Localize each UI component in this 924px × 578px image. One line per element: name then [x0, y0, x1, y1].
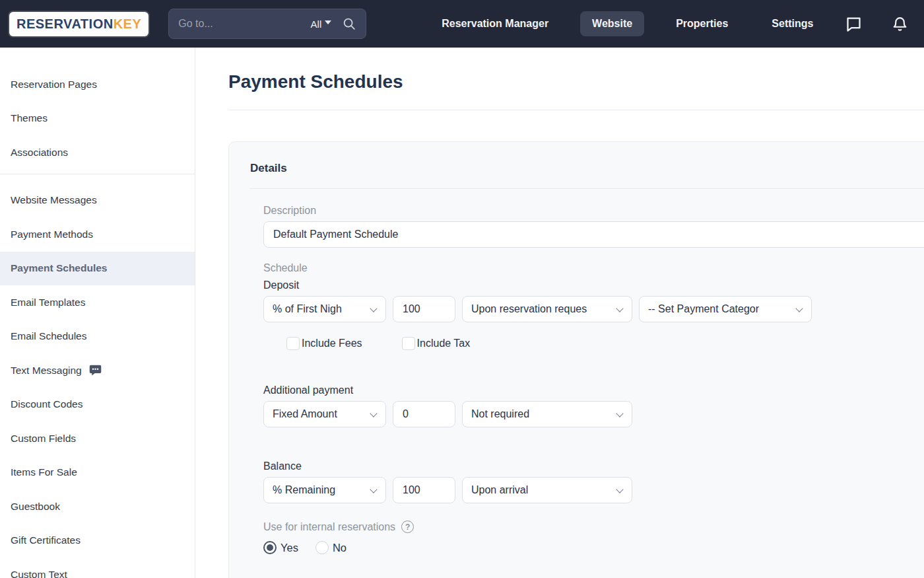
chevron-down-icon [370, 486, 377, 493]
radio-unselected-icon[interactable] [315, 541, 329, 554]
description-label: Description [263, 205, 924, 217]
sidebar-item-gift-certificates[interactable]: Gift Certificates [0, 524, 195, 558]
deposit-type-value: % of First Nigh [273, 303, 342, 315]
internal-no-label: No [333, 542, 346, 554]
sidebar-item-custom-fields[interactable]: Custom Fields [0, 421, 195, 456]
main-content: Payment Schedules Details Description Sc… [196, 48, 924, 578]
additional-type-select[interactable]: Fixed Amount [263, 401, 386, 427]
internal-yes-label: Yes [280, 542, 298, 554]
deposit-type-select[interactable]: % of First Nigh [263, 296, 386, 322]
chevron-down-icon [616, 410, 623, 417]
balance-amount-input[interactable] [393, 477, 455, 503]
balance-type-select[interactable]: % Remaining [263, 477, 386, 503]
chevron-down-icon [795, 305, 803, 312]
top-navbar: RESERVATIONKEY Go to... All Reservation … [0, 0, 924, 48]
caret-down-icon [325, 20, 331, 24]
chat-bubble-icon [88, 363, 102, 377]
deposit-label: Deposit [263, 279, 924, 291]
balance-row: % Remaining Upon arrival [263, 477, 924, 503]
sidebar-item-discount-codes[interactable]: Discount Codes [0, 388, 195, 422]
messages-icon[interactable] [845, 15, 863, 33]
primary-nav: Reservation Manager Website Properties S… [430, 11, 825, 36]
include-fees-label: Include Fees [302, 338, 362, 349]
internal-reservations-row: Use for internal reservations ? [263, 521, 924, 533]
payment-schedule-form: Description Schedule Deposit % of First … [263, 205, 924, 554]
help-icon[interactable]: ? [401, 521, 414, 533]
sidebar-item-themes[interactable]: Themes [0, 102, 195, 136]
deposit-row: % of First Nigh Upon reservation reques … [263, 296, 924, 322]
chevron-down-icon [370, 410, 377, 417]
internal-yes-option[interactable]: Yes [263, 541, 298, 554]
sidebar-item-associations[interactable]: Associations [0, 135, 195, 170]
title-divider [228, 110, 924, 110]
sidebar-item-text-messaging[interactable]: Text Messaging [0, 353, 195, 388]
sidebar-item-payment-schedules[interactable]: Payment Schedules [0, 252, 195, 286]
include-fees-checkbox[interactable] [286, 337, 300, 350]
sidebar-item-payment-methods[interactable]: Payment Methods [0, 217, 195, 252]
internal-reservations-label: Use for internal reservations [263, 521, 395, 533]
sidebar-divider [0, 174, 195, 174]
deposit-checkboxes: Include Fees Include Tax [286, 337, 924, 350]
include-tax-label: Include Tax [417, 338, 471, 349]
reservationkey-logo[interactable]: RESERVATIONKEY [9, 12, 148, 36]
logo-text-reservation: RESERVATION [16, 17, 114, 31]
chevron-down-icon [370, 305, 377, 312]
additional-payment-label: Additional payment [263, 384, 924, 396]
description-input[interactable] [263, 221, 924, 248]
settings-sidebar: Reservation Pages Themes Associations We… [0, 48, 195, 578]
search-scope-dropdown[interactable]: All [311, 18, 332, 30]
notifications-bell-icon[interactable] [892, 16, 908, 32]
additional-amount-input[interactable] [393, 401, 455, 427]
additional-payment-row: Fixed Amount Not required [263, 401, 924, 427]
sidebar-item-website-messages[interactable]: Website Messages [0, 184, 195, 218]
global-search-box[interactable]: Go to... All [168, 9, 366, 39]
deposit-amount-input[interactable] [393, 296, 455, 322]
sidebar-item-label: Text Messaging [11, 365, 82, 377]
schedule-label: Schedule [263, 262, 924, 274]
deposit-category-select[interactable]: -- Set Payment Categor [639, 296, 812, 322]
sidebar-item-guestbook[interactable]: Guestbook [0, 489, 195, 524]
sidebar-item-email-schedules[interactable]: Email Schedules [0, 320, 195, 354]
sidebar-item-custom-text[interactable]: Custom Text [0, 558, 195, 578]
deposit-when-value: Upon reservation reques [471, 303, 587, 315]
deposit-category-value: -- Set Payment Categor [648, 303, 759, 315]
sidebar-item-items-for-sale[interactable]: Items For Sale [0, 456, 195, 490]
logo-text-key: KEY [114, 17, 142, 31]
nav-properties[interactable]: Properties [664, 11, 740, 36]
sidebar-item-reservation-pages[interactable]: Reservation Pages [0, 67, 195, 102]
page-title: Payment Schedules [228, 71, 924, 92]
navbar-icons [845, 15, 908, 33]
chevron-down-icon [616, 486, 623, 493]
radio-selected-icon[interactable] [263, 541, 277, 554]
sidebar-item-email-templates[interactable]: Email Templates [0, 285, 195, 320]
chevron-down-icon [616, 305, 623, 312]
details-card: Details Description Schedule Deposit % o… [228, 141, 924, 578]
card-title: Details [250, 162, 924, 175]
balance-when-value: Upon arrival [471, 484, 528, 496]
balance-when-select[interactable]: Upon arrival [462, 477, 632, 503]
search-input[interactable]: Go to... [178, 18, 310, 30]
additional-when-select[interactable]: Not required [462, 401, 632, 427]
include-tax-checkbox[interactable] [402, 337, 415, 350]
additional-type-value: Fixed Amount [273, 408, 337, 420]
nav-website[interactable]: Website [580, 11, 644, 36]
nav-settings[interactable]: Settings [760, 11, 825, 36]
internal-no-option[interactable]: No [315, 541, 346, 554]
balance-type-value: % Remaining [273, 484, 335, 496]
search-icon[interactable] [342, 17, 356, 31]
deposit-when-select[interactable]: Upon reservation reques [462, 296, 632, 322]
card-divider [250, 188, 924, 189]
internal-radio-group: Yes No [263, 541, 924, 554]
search-scope-label: All [311, 18, 322, 30]
balance-label: Balance [263, 460, 924, 472]
additional-when-value: Not required [471, 408, 529, 420]
nav-reservation-manager[interactable]: Reservation Manager [430, 11, 560, 36]
